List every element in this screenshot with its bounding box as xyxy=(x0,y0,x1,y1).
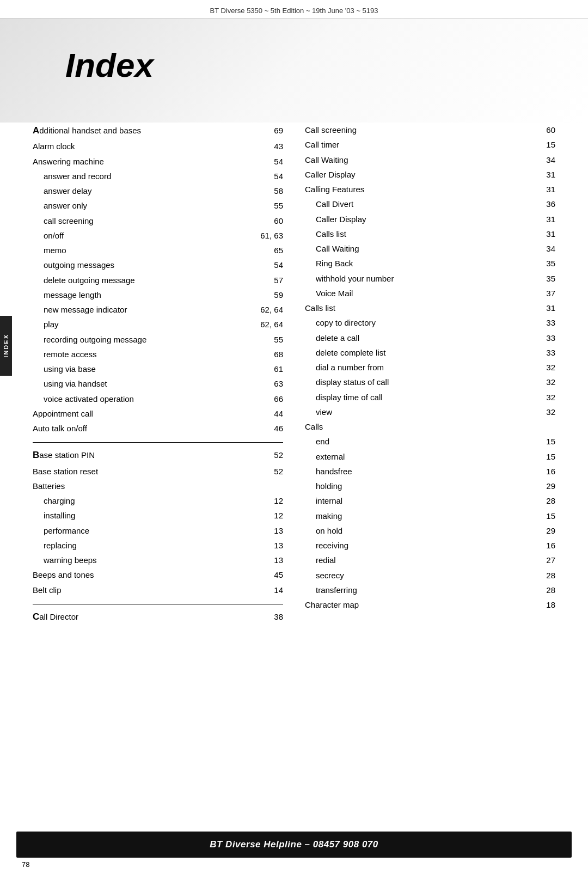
entry-page-number: 13 xyxy=(253,524,283,537)
list-item: Call timer15 xyxy=(305,137,555,152)
entry-page-number: 44 xyxy=(253,407,283,420)
list-item: end15 xyxy=(305,434,555,449)
entry-label: new message indicator xyxy=(33,303,253,316)
entry-label: delete complete list xyxy=(305,346,525,359)
list-item: secrecy28 xyxy=(305,568,555,583)
list-item: using via base61 xyxy=(33,362,283,376)
entry-label: delete outgoing message xyxy=(33,274,253,286)
entry-label: secrecy xyxy=(305,569,525,582)
list-item: Answering machine54 xyxy=(33,154,283,169)
list-item: charging12 xyxy=(33,493,283,508)
entry-page-number: 32 xyxy=(525,376,555,388)
entry-page-number: 69 xyxy=(253,124,283,137)
list-item: Additional handset and bases69 xyxy=(33,123,283,139)
list-item: new message indicator62, 64 xyxy=(33,302,283,317)
entry-page-number: 13 xyxy=(253,554,283,566)
list-item: Caller Display31 xyxy=(305,212,555,227)
entry-label: Beeps and tones xyxy=(33,569,253,581)
entry-page-number: 18 xyxy=(525,598,555,611)
entry-page-number: 16 xyxy=(525,539,555,552)
entry-label: using via base xyxy=(33,363,253,375)
list-item: Call Waiting34 xyxy=(305,241,555,256)
entry-page-number: 33 xyxy=(525,346,555,359)
list-item: on hold29 xyxy=(305,523,555,538)
list-item: display status of call32 xyxy=(305,375,555,389)
content-area: Additional handset and bases69Alarm cloc… xyxy=(0,123,588,625)
entry-page-number: 32 xyxy=(525,391,555,404)
entry-label: Calling Features xyxy=(305,183,525,195)
entry-page-number: 46 xyxy=(253,422,283,435)
entry-label: Call Director xyxy=(33,610,253,624)
entry-label: answer and record xyxy=(33,170,253,182)
list-item: Caller Display31 xyxy=(305,167,555,182)
list-item: Call Director38 xyxy=(33,609,283,625)
entry-label: view xyxy=(305,406,525,418)
entry-page-number: 15 xyxy=(525,510,555,522)
list-item: internal28 xyxy=(305,493,555,508)
entry-label: receiving xyxy=(305,539,525,552)
entry-label: installing xyxy=(33,509,253,522)
entry-label: internal xyxy=(305,494,525,507)
entry-page-number: 54 xyxy=(253,259,283,271)
list-item: installing12 xyxy=(33,508,283,523)
entry-label: holding xyxy=(305,480,525,492)
entry-label: outgoing messages xyxy=(33,259,253,271)
list-item: transferring28 xyxy=(305,583,555,597)
entry-label: Alarm clock xyxy=(33,140,253,152)
list-item: play62, 64 xyxy=(33,317,283,332)
entry-label: performance xyxy=(33,524,253,537)
entry-page-number: 31 xyxy=(525,183,555,195)
left-column: Additional handset and bases69Alarm cloc… xyxy=(33,123,283,625)
entry-page-number: 15 xyxy=(525,450,555,463)
list-item: Ring Back35 xyxy=(305,256,555,271)
list-item: Base station reset52 xyxy=(33,464,283,479)
list-item: performance13 xyxy=(33,523,283,538)
list-item: answer delay58 xyxy=(33,184,283,198)
entry-label: redial xyxy=(305,554,525,566)
entry-page-number: 55 xyxy=(253,199,283,212)
entry-page-number: 62, 64 xyxy=(253,303,283,316)
entry-label: remote access xyxy=(33,348,253,360)
entry-label: handsfree xyxy=(305,465,525,478)
entry-label: play xyxy=(33,318,253,331)
entry-label: transferring xyxy=(305,584,525,596)
list-item: withhold your number35 xyxy=(305,271,555,286)
list-item: dial a number from32 xyxy=(305,360,555,375)
entry-label: answer delay xyxy=(33,185,253,197)
list-item: making15 xyxy=(305,509,555,523)
list-item: Beeps and tones45 xyxy=(33,567,283,582)
list-item: outgoing messages54 xyxy=(33,258,283,272)
entry-page-number: 57 xyxy=(253,274,283,286)
bold-letter: C xyxy=(33,612,39,622)
list-item: receiving16 xyxy=(305,538,555,553)
entry-label: Caller Display xyxy=(305,213,525,225)
entry-page-number: 12 xyxy=(253,509,283,522)
entry-label: replacing xyxy=(33,539,253,552)
bold-letter: B xyxy=(33,450,39,460)
entry-label: delete a call xyxy=(305,332,525,344)
entry-page-number: 61, 63 xyxy=(253,229,283,242)
footer-bar: BT Diverse Helpline – 08457 908 070 xyxy=(16,832,572,858)
entry-page-number: 58 xyxy=(253,185,283,197)
list-item: replacing13 xyxy=(33,538,283,553)
list-item: Voice Mail37 xyxy=(305,286,555,301)
entry-page-number: 45 xyxy=(253,569,283,581)
entry-label: recording outgoing message xyxy=(33,333,253,346)
entry-page-number: 65 xyxy=(253,244,283,256)
page-number: 78 xyxy=(22,860,29,869)
list-item: copy to directory33 xyxy=(305,315,555,330)
list-item: Calls list31 xyxy=(305,301,555,315)
entry-label: using via handset xyxy=(33,377,253,390)
entry-page-number: 34 xyxy=(525,154,555,166)
entry-page-number: 28 xyxy=(525,494,555,507)
entry-page-number: 54 xyxy=(253,170,283,182)
entry-label: Call timer xyxy=(305,138,525,151)
entry-label: Voice Mail xyxy=(305,287,525,300)
entry-label: Appointment call xyxy=(33,407,253,420)
entry-page-number: 33 xyxy=(525,316,555,329)
entry-page-number: 52 xyxy=(253,449,283,461)
list-item: Call Divert36 xyxy=(305,197,555,211)
entry-label: Call Waiting xyxy=(305,242,525,255)
entry-page-number: 66 xyxy=(253,393,283,405)
entry-page-number: 60 xyxy=(253,215,283,227)
